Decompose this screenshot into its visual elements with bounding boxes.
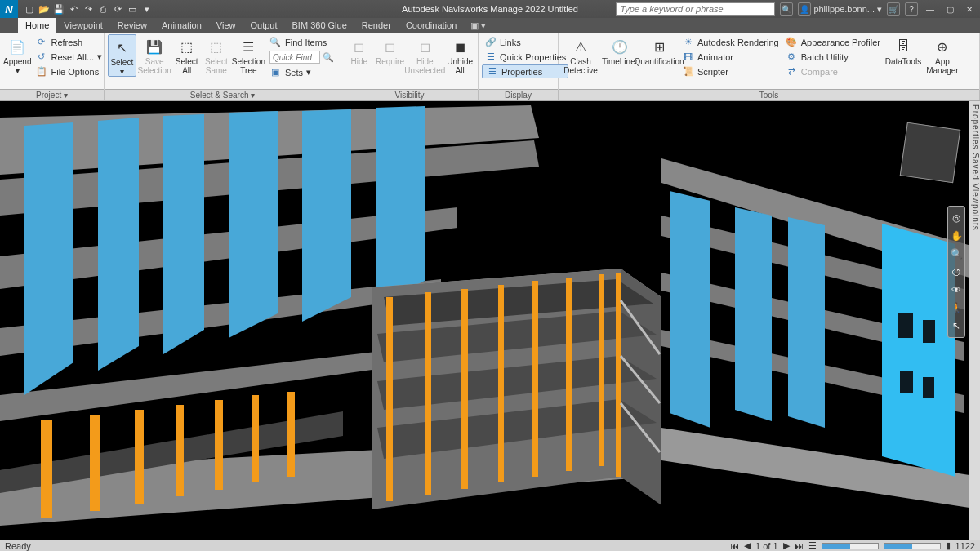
tab-review[interactable]: Review — [110, 18, 154, 33]
properties-button[interactable]: ☰Properties — [482, 64, 568, 78]
quantification-button[interactable]: ⊞Quantification — [640, 34, 678, 66]
cart-icon[interactable]: 🛒 — [887, 2, 900, 16]
clash-detective-button[interactable]: ⚠Clash Detective — [562, 34, 599, 75]
quick-properties-button[interactable]: ☰Quick Properties — [482, 50, 568, 64]
search-icon[interactable]: 🔍 — [780, 2, 793, 16]
pan-icon[interactable]: ✋ — [950, 229, 963, 242]
ribbon-collapse-icon[interactable]: ▣ ▾ — [470, 20, 486, 31]
panel-label-project[interactable]: Project ▾ — [0, 90, 105, 100]
app-icon[interactable]: N — [0, 0, 18, 18]
appearance-profiler-button[interactable]: 🎨Appearance Profiler — [783, 35, 883, 49]
select-same-button[interactable]: ⬚Select Same — [203, 34, 230, 75]
app-manager-button[interactable]: ⊕App Manager — [924, 34, 961, 75]
zoom-icon[interactable]: 🔍 — [950, 247, 963, 260]
tab-render[interactable]: Render — [354, 18, 399, 33]
walk-icon[interactable]: 🚶 — [950, 301, 963, 314]
pager-first-icon[interactable]: ⏮ — [730, 541, 739, 551]
orbit-icon[interactable]: ⭯ — [950, 265, 963, 278]
maximize-button[interactable]: ▢ — [942, 3, 957, 15]
qat-redo-icon[interactable]: ↷ — [82, 2, 95, 16]
pager-last-icon[interactable]: ⏭ — [795, 541, 804, 551]
close-button[interactable]: ✕ — [962, 3, 977, 15]
reset-all-button[interactable]: ↺Reset All... ▾ — [33, 50, 105, 64]
qat-new-icon[interactable]: ▢ — [23, 2, 36, 16]
tab-animation[interactable]: Animation — [154, 18, 209, 33]
cursor-icon: ↖ — [111, 37, 132, 58]
quick-find-row: 🔍 — [267, 50, 337, 64]
links-icon: 🔗 — [484, 36, 497, 48]
animator-button[interactable]: 🎞Animator — [679, 50, 782, 64]
scripter-button[interactable]: 📜Scripter — [679, 64, 782, 78]
select-all-button[interactable]: ⬚Select All — [173, 34, 201, 75]
svg-rect-34 — [616, 273, 621, 477]
quick-find-input[interactable] — [270, 51, 320, 64]
steering-wheel-icon[interactable]: ◎ — [950, 211, 963, 224]
timeliner-icon: 🕒 — [609, 36, 630, 57]
look-icon[interactable]: 👁 — [950, 283, 963, 296]
qat-refresh-icon[interactable]: ⟳ — [111, 2, 124, 16]
file-options-button[interactable]: 📋File Options — [33, 64, 105, 78]
help-icon[interactable]: ? — [905, 2, 918, 16]
sheet-icon[interactable]: ☰ — [808, 540, 817, 551]
append-button[interactable]: 📄Append▾ — [3, 34, 31, 75]
compare-button[interactable]: ⇄Compare — [783, 64, 883, 78]
svg-rect-28 — [425, 292, 431, 495]
unhide-all-button[interactable]: ◼Unhide All — [445, 34, 474, 75]
tab-view[interactable]: View — [209, 18, 243, 33]
links-button[interactable]: 🔗Links — [482, 35, 568, 49]
sets-button[interactable]: ▣Sets ▾ — [267, 65, 337, 79]
tab-coordination[interactable]: Coordination — [399, 18, 464, 33]
qat-open-icon[interactable]: 📂 — [38, 2, 51, 16]
qat-undo-icon[interactable]: ↶ — [67, 2, 80, 16]
rendering-icon: ☀ — [682, 36, 694, 48]
file-options-icon: 📋 — [35, 65, 47, 78]
save-selection-button[interactable]: 💾Save Selection — [138, 34, 172, 75]
timeliner-button[interactable]: 🕒TimeLiner — [601, 34, 639, 66]
appearance-icon: 🎨 — [786, 36, 798, 48]
tab-viewpoint[interactable]: Viewpoint — [56, 18, 110, 33]
qat-more-icon[interactable]: ▾ — [140, 2, 154, 16]
append-icon: 📄 — [7, 36, 28, 57]
svg-rect-43 — [900, 371, 913, 393]
svg-rect-33 — [599, 274, 604, 466]
batch-utility-button[interactable]: ⚙Batch Utility — [783, 50, 883, 64]
svg-rect-19 — [287, 392, 295, 477]
side-tabs[interactable]: Properties Saved Viewpoints — [969, 101, 980, 540]
tab-output[interactable]: Output — [243, 18, 285, 33]
panel-label-tools: Tools — [559, 90, 980, 100]
batch-icon: ⚙ — [786, 51, 798, 63]
tab-bim360[interactable]: BIM 360 Glue — [285, 18, 354, 33]
quick-find-icon[interactable]: 🔍 — [323, 51, 335, 64]
hide-button[interactable]: ◻Hide — [345, 34, 374, 66]
qat-select-icon[interactable]: ▭ — [126, 2, 139, 16]
qat-save-icon[interactable]: 💾 — [52, 2, 65, 16]
selection-tree-button[interactable]: ☰Selection Tree — [232, 34, 265, 75]
datatools-button[interactable]: 🗄DataTools — [884, 34, 922, 66]
animator-icon: 🎞 — [682, 51, 694, 63]
sets-icon: ▣ — [270, 66, 282, 78]
user-account[interactable]: 👤philippe.bonn...▾ — [798, 2, 882, 16]
svg-rect-44 — [923, 377, 934, 398]
select-icon[interactable]: ↖ — [950, 319, 963, 332]
pager-prev-icon[interactable]: ◀ — [744, 540, 751, 551]
refresh-button[interactable]: ⟳Refresh — [33, 35, 105, 49]
svg-rect-17 — [215, 400, 223, 490]
svg-marker-8 — [98, 118, 139, 371]
hide-unselected-button[interactable]: ◻Hide Unselected — [406, 34, 443, 75]
tab-home[interactable]: Home — [18, 18, 56, 33]
panel-label-select-search[interactable]: Select & Search ▾ — [105, 90, 341, 100]
3d-viewport[interactable]: Properties Saved Viewpoints ◎ ✋ 🔍 ⭯ 👁 🚶 … — [0, 101, 980, 540]
minimize-button[interactable]: — — [923, 3, 938, 15]
autodesk-rendering-button[interactable]: ☀Autodesk Rendering — [679, 35, 782, 49]
properties-icon: ☰ — [486, 65, 498, 78]
qat-print-icon[interactable]: ⎙ — [96, 2, 109, 16]
view-cube[interactable] — [900, 122, 961, 184]
select-button[interactable]: ↖Select▾ — [108, 34, 136, 77]
svg-rect-31 — [532, 281, 538, 477]
memory-icon: ▮ — [946, 540, 951, 551]
require-button[interactable]: ◻Require — [376, 34, 405, 66]
refresh-icon: ⟳ — [35, 36, 47, 48]
search-input[interactable] — [616, 2, 775, 16]
pager-next-icon[interactable]: ▶ — [783, 540, 790, 551]
find-items-button[interactable]: 🔍Find Items — [267, 35, 337, 49]
